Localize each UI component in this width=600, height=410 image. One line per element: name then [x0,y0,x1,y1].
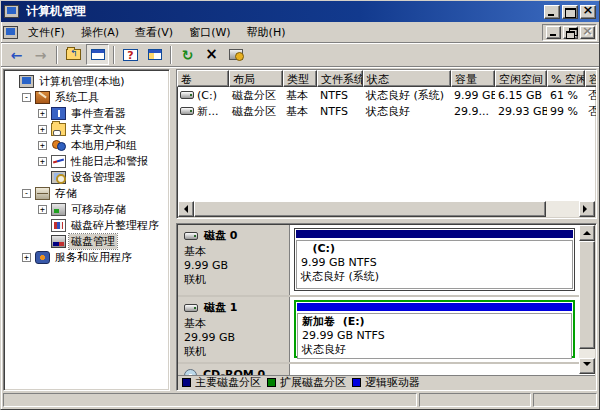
legend-logical-drive: 逻辑驱动器 [352,375,420,390]
minimize-button[interactable] [544,5,560,19]
disk-0-label[interactable]: 磁盘 0 基本 9.99 GB 联机 [178,225,290,295]
expand-box[interactable]: + [38,141,47,150]
scrollbar-track[interactable] [579,349,595,358]
back-button[interactable]: ← [5,44,28,65]
expand-box[interactable]: + [22,253,31,262]
column-header-freespace[interactable]: 空闲空间 [495,70,547,87]
mdi-close-button-disabled[interactable] [580,26,595,39]
cdrom-0-row: CD-ROM 0 [178,364,579,375]
delete-button[interactable]: × [200,44,223,65]
system-tools-icon [35,91,50,104]
cdrom-0-volume-area [290,364,579,375]
disk-settings-button[interactable] [224,44,247,65]
tree-item-shared-folders[interactable]: + 共享文件夹 [6,121,169,137]
scroll-left-button[interactable] [178,201,194,217]
column-header-pctfree[interactable]: % 空闲 [547,70,585,87]
column-header-filesystem[interactable]: 文件系统 [317,70,363,87]
refresh-icon: ↻ [182,48,194,62]
properties-button[interactable] [143,44,166,65]
disk-defragmenter-icon [51,219,66,232]
maximize-button[interactable] [562,5,578,19]
tree-item-computer-management[interactable]: 计算机管理(本地) [6,73,169,89]
scrollbar-thumb[interactable] [194,201,546,217]
horizontal-scrollbar[interactable] [178,201,595,217]
device-manager-icon [51,171,66,184]
tree-item-disk-defragmenter[interactable]: 磁盘碎片整理程序 [6,217,169,233]
expand-box[interactable]: + [38,125,47,134]
volume-list-header: 卷 布局 类型 文件系统 状态 容量 空闲空间 % 空闲 容错 [177,70,596,87]
volume-c-block[interactable]: (C:) 9.99 GB NTFS 状态良好 (系统) [294,228,575,291]
mdi-minimize-button[interactable] [546,26,561,39]
close-button[interactable] [580,5,596,19]
expand-box[interactable]: + [38,205,47,214]
expand-box[interactable]: + [38,157,47,166]
tree-item-storage[interactable]: - 存储 [6,185,169,201]
tree-item-local-users-groups[interactable]: + 本地用户和组 [6,137,169,153]
logical-drive-color-swatch [352,378,361,387]
menubar: 文件(F) 操作(A) 查看(V) 窗口(W) 帮助(H) [1,22,599,43]
scroll-down-button[interactable] [579,358,595,374]
volume-row-c[interactable]: (C:) 磁盘分区 基本 NTFS 状态良好 (系统) 9.99 GB 6.15… [177,87,596,103]
removable-storage-icon [51,203,66,216]
column-header-capacity[interactable]: 容量 [451,70,495,87]
scrollbar-thumb[interactable] [579,241,595,349]
menu-file[interactable]: 文件(F) [20,23,73,42]
tree-item-services-applications[interactable]: + 服务和应用程序 [6,249,169,265]
computer-icon [19,75,34,88]
app-icon [4,5,19,18]
column-header-type[interactable]: 类型 [283,70,317,87]
disk-1-row: 磁盘 1 基本 29.99 GB 联机 新加卷 (E:) 29.99 GB NT… [178,297,579,364]
volume-list-pane: 卷 布局 类型 文件系统 状态 容量 空闲空间 % 空闲 容错 (C:) 磁盘分… [176,69,597,219]
scroll-right-button[interactable] [579,201,595,217]
menu-window[interactable]: 窗口(W) [181,23,238,42]
services-applications-icon [35,251,50,264]
primary-partition-color-swatch [182,378,191,387]
disk-0-row: 磁盘 0 基本 9.99 GB 联机 (C:) 9.99 GB NTFS [178,225,579,297]
column-header-layout[interactable]: 布局 [229,70,283,87]
mdi-restore-button[interactable] [563,26,578,39]
help-button[interactable] [119,44,142,65]
show-hide-tree-icon [91,49,105,60]
column-header-status[interactable]: 状态 [363,70,451,87]
menu-action[interactable]: 操作(A) [73,23,127,42]
tree-item-removable-storage[interactable]: + 可移动存储 [6,201,169,217]
status-bar [1,391,599,409]
column-header-volume[interactable]: 卷 [177,70,229,87]
console-icon[interactable] [3,26,18,39]
collapse-box[interactable]: - [22,93,31,102]
mdi-window-buttons [542,24,597,41]
local-users-groups-icon [51,139,66,152]
tree-item-event-viewer[interactable]: + 事件查看器 [6,105,169,121]
tree-item-performance-logs[interactable]: + 性能日志和警报 [6,153,169,169]
volume-row-e[interactable]: 新... 磁盘分区 基本 NTFS 状态良好 29.9... 29.93 GB … [177,103,596,119]
vertical-scrollbar[interactable] [579,225,595,374]
menu-help[interactable]: 帮助(H) [239,23,294,42]
collapse-box[interactable]: - [22,189,31,198]
volume-e-block[interactable]: 新加卷 (E:) 29.99 GB NTFS 状态良好 [294,300,575,358]
expand-box[interactable]: + [38,109,47,118]
titlebar[interactable]: 计算机管理 [1,1,599,22]
refresh-button[interactable]: ↻ [176,44,199,65]
volume-icon [180,107,194,115]
menu-view[interactable]: 查看(V) [127,23,181,42]
properties-window-icon [148,49,162,60]
disk-0-volume-area: (C:) 9.99 GB NTFS 状态良好 (系统) [290,225,579,295]
disk-1-label[interactable]: 磁盘 1 基本 29.99 GB 联机 [178,297,290,362]
disk-icon [184,304,198,312]
toolbar: ← → ↻ × [1,43,599,67]
status-panel [533,393,597,407]
show-hide-tree-button[interactable] [86,44,109,65]
disk-settings-icon [229,49,243,60]
disk-list: 磁盘 0 基本 9.99 GB 联机 (C:) 9.99 GB NTFS [178,225,579,375]
cdrom-0-label[interactable]: CD-ROM 0 [178,364,290,375]
tree-item-system-tools[interactable]: - 系统工具 [6,89,169,105]
forward-button[interactable]: → [29,44,52,65]
scroll-up-button[interactable] [579,225,595,241]
scrollbar-track[interactable] [546,201,579,217]
status-panel [419,393,531,407]
tree-item-disk-management[interactable]: 磁盘管理 [6,233,169,249]
up-level-icon [66,49,81,60]
tree-item-device-manager[interactable]: 设备管理器 [6,169,169,185]
column-header-fault-tolerance[interactable]: 容错 [585,70,597,87]
up-level-button[interactable] [62,44,85,65]
